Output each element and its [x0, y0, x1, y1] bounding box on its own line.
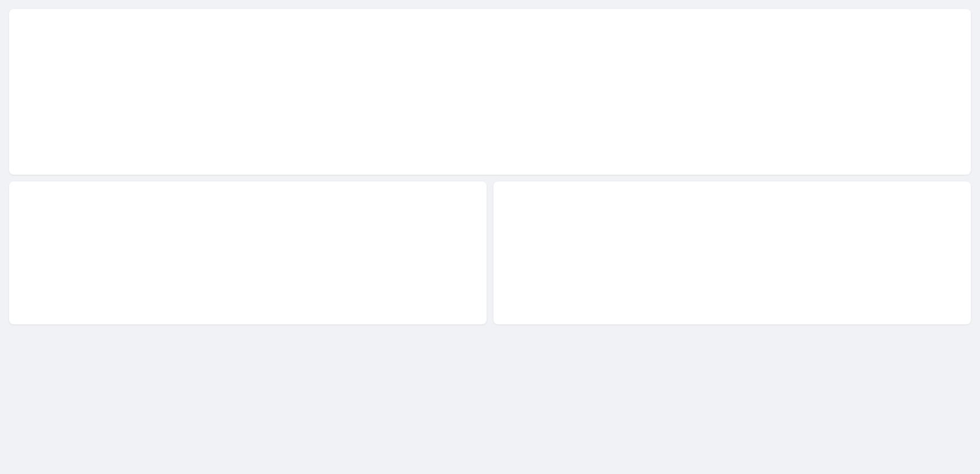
product-donut-wrapper: [86, 27, 223, 166]
severity-donut-wrapper: [666, 200, 780, 315]
product-chart-container: [18, 27, 962, 166]
type-donut-wrapper: [182, 200, 296, 315]
type-donut-svg: [182, 200, 296, 314]
bottom-row: [9, 182, 971, 324]
dashboard: [0, 0, 980, 333]
type-card: [9, 182, 487, 324]
severity-card: [493, 182, 971, 324]
severity-donut-svg: [666, 200, 780, 314]
product-card: [9, 9, 971, 175]
type-chart-container: [18, 200, 477, 315]
product-donut-svg: [86, 27, 223, 164]
severity-chart-container: [503, 200, 962, 315]
